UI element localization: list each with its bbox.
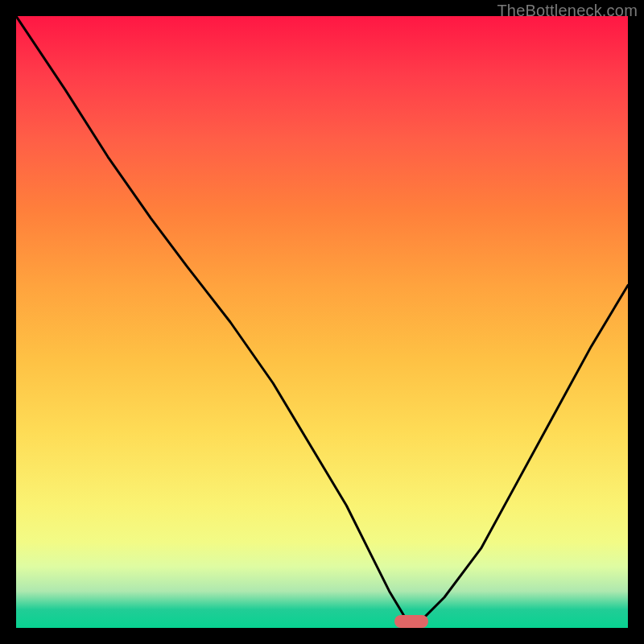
bottleneck-curve <box>16 16 628 628</box>
chart-container: TheBottleneck.com <box>0 0 644 644</box>
optimal-marker <box>394 615 428 628</box>
plot-area <box>16 16 628 628</box>
